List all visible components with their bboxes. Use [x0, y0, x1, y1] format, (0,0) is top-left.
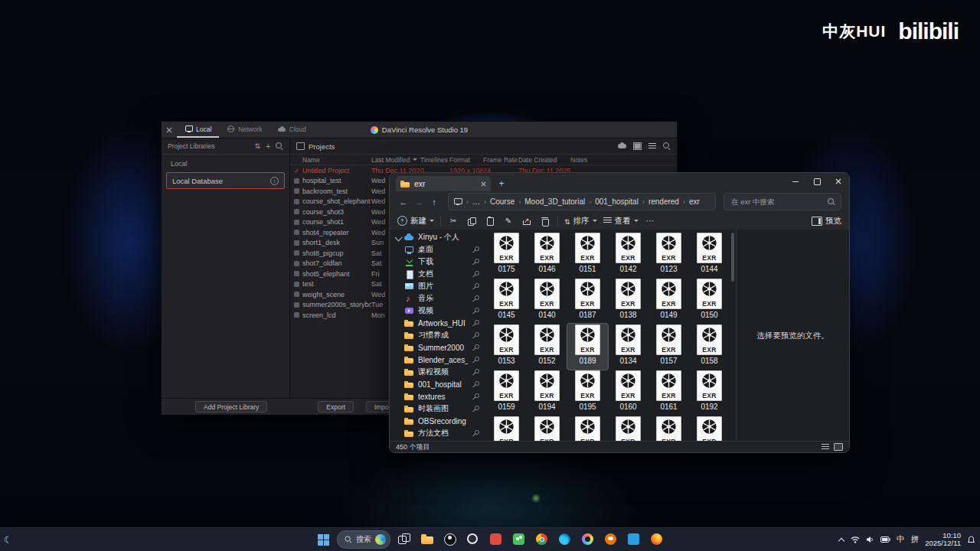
add-project-library-button[interactable]: Add Project Library	[195, 401, 267, 412]
exr-file[interactable]: EXR 0194	[527, 370, 567, 416]
sidebar-item[interactable]: 音乐	[390, 292, 483, 305]
task-view-icon[interactable]	[395, 530, 413, 549]
new-button[interactable]: 新建	[397, 216, 434, 227]
breadcrumb-segment[interactable]: Course	[490, 197, 514, 206]
preview-toggle[interactable]: 预览	[812, 216, 841, 227]
view-button[interactable]: 查看	[603, 216, 639, 227]
exr-file[interactable]: EXR 0151	[567, 232, 608, 278]
thumbnails-view-icon[interactable]	[834, 443, 843, 451]
exr-file[interactable]: EXR 0145	[486, 278, 527, 324]
file-explorer-icon[interactable]	[418, 530, 436, 549]
weather-icon[interactable]	[4, 528, 13, 551]
start-button[interactable]	[314, 530, 332, 549]
exr-file[interactable]: EXR 0153	[486, 324, 527, 370]
computer-icon[interactable]	[454, 198, 462, 205]
breadcrumb-segment[interactable]: rendered	[648, 197, 679, 206]
thumbnail-view-icon[interactable]	[633, 142, 642, 150]
sidebar-item[interactable]: 习惯养成	[390, 329, 483, 341]
firefox-icon[interactable]	[648, 530, 666, 549]
exr-file[interactable]: EXR 0195	[567, 370, 608, 416]
exr-file[interactable]: EXR 0152	[527, 324, 567, 370]
vscode-icon[interactable]	[625, 530, 643, 549]
sidebar-item[interactable]: 视频	[390, 305, 483, 317]
sidebar-item[interactable]: Blender_aces_workflow	[390, 354, 483, 366]
column-header[interactable]: Format	[449, 156, 483, 164]
delete-icon[interactable]	[539, 217, 551, 226]
exr-file[interactable]: EXR 0187	[567, 278, 608, 324]
sidebar-item[interactable]: OBSrecording	[390, 415, 483, 427]
tab-close-icon[interactable]	[481, 181, 486, 187]
exr-file[interactable]: EXR 0157	[648, 324, 689, 370]
clock-icon[interactable]	[464, 530, 482, 549]
edge-icon[interactable]	[556, 530, 574, 549]
new-tab-icon[interactable]	[495, 178, 508, 190]
obs-icon[interactable]	[441, 530, 459, 549]
export-button[interactable]: Export	[318, 401, 354, 412]
red-app-icon[interactable]	[487, 530, 505, 549]
exr-file[interactable]: EXR 0161	[648, 370, 689, 416]
breadcrumb-segment[interactable]: 001_hospital	[595, 197, 639, 206]
search-icon[interactable]	[276, 142, 283, 150]
taskbar-search[interactable]: 搜索	[337, 530, 390, 549]
breadcrumb-ellipsis[interactable]: …	[472, 197, 480, 206]
wechat-icon[interactable]	[510, 530, 528, 549]
sidebar-item[interactable]: Artworks_HUI	[390, 317, 483, 329]
sort-button[interactable]: 排序	[564, 216, 597, 227]
more-icon[interactable]: ⋯	[645, 216, 657, 226]
notifications-icon[interactable]	[967, 536, 975, 544]
details-view-icon[interactable]	[822, 444, 829, 450]
scrollbar-thumb[interactable]	[731, 233, 734, 282]
chrome-icon[interactable]	[533, 530, 551, 549]
sidebar-item[interactable]: 图片	[390, 280, 483, 292]
exr-file[interactable]: EXR 0192	[689, 370, 730, 416]
exr-file[interactable]: EXR 0144	[689, 232, 730, 278]
rename-icon[interactable]	[502, 217, 514, 225]
close-icon[interactable]	[162, 127, 177, 133]
up-icon[interactable]	[428, 197, 440, 207]
cloud-sync-icon[interactable]	[618, 144, 626, 148]
exr-file[interactable]: EXR 0158	[689, 324, 730, 370]
add-library-icon[interactable]	[266, 142, 270, 151]
cut-icon[interactable]	[447, 217, 459, 225]
tab-local[interactable]: Local	[177, 122, 219, 138]
search-input[interactable]	[730, 197, 825, 207]
info-icon[interactable]	[270, 177, 279, 185]
ime-mode-indicator[interactable]: 拼	[911, 534, 920, 545]
exr-file[interactable]: EXR 0142	[608, 232, 648, 278]
column-header[interactable]: Last Modified	[371, 156, 420, 164]
exr-file[interactable]: EXR 0149	[648, 278, 689, 324]
exr-file[interactable]: EXR 0146	[527, 232, 567, 278]
back-icon[interactable]	[397, 197, 410, 207]
maximize-icon[interactable]	[806, 173, 828, 190]
scrollbar[interactable]	[730, 233, 735, 439]
column-header[interactable]: Timelines	[420, 156, 449, 164]
breadcrumb-segment[interactable]: exr	[689, 197, 700, 206]
exr-file[interactable]: EXR 0189	[567, 324, 608, 370]
list-view-icon[interactable]	[648, 143, 656, 149]
column-header[interactable]: Notes	[570, 156, 677, 164]
copy-icon[interactable]	[466, 217, 478, 226]
sidebar-item[interactable]: 课程视频	[390, 366, 483, 378]
sidebar-item[interactable]: Xinyu - 个人	[390, 231, 483, 243]
sidebar-item[interactable]: 下载	[390, 256, 483, 268]
sort-icon[interactable]	[255, 142, 261, 150]
exr-file[interactable]: EXR	[567, 416, 608, 442]
forward-icon[interactable]	[413, 197, 425, 207]
exr-file[interactable]: EXR	[608, 416, 648, 442]
sidebar-item[interactable]: 时装画图	[390, 403, 483, 415]
paste-icon[interactable]	[484, 217, 496, 226]
wifi-icon[interactable]	[851, 536, 860, 543]
exr-file[interactable]: EXR 0159	[486, 370, 527, 416]
hidden-icons-chevron[interactable]	[838, 536, 844, 543]
sidebar-item[interactable]: textures	[390, 390, 483, 403]
search-box[interactable]	[724, 193, 841, 210]
exr-file[interactable]: EXR	[527, 416, 567, 442]
share-icon[interactable]	[521, 217, 533, 226]
exr-file[interactable]: EXR 0160	[608, 370, 648, 416]
exr-file[interactable]: EXR	[486, 416, 527, 442]
sidebar-item[interactable]: 桌面	[390, 243, 483, 256]
sidebar-item[interactable]: 文档	[390, 268, 483, 280]
breadcrumb-segment[interactable]: Mood_3D_tutorial	[524, 197, 585, 206]
davinci-resolve-icon[interactable]	[579, 530, 597, 549]
close-icon[interactable]	[828, 173, 849, 190]
